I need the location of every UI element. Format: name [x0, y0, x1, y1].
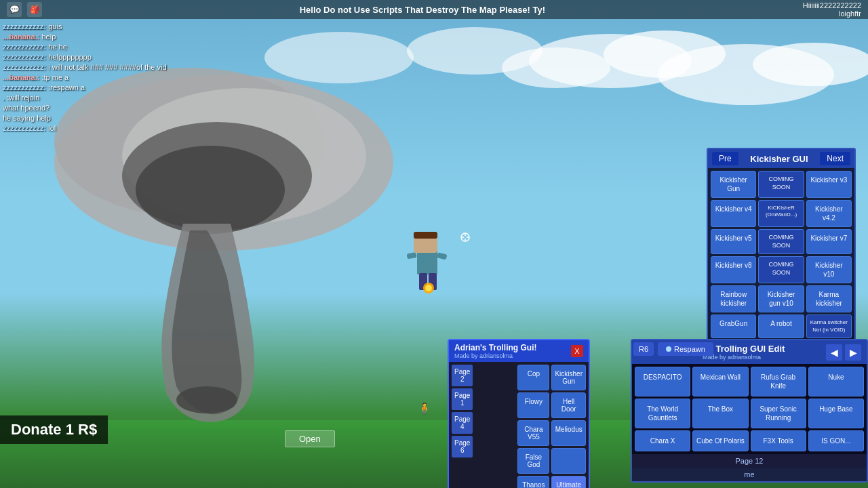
ultimate-btn-world-gauntlets[interactable]: The World Gauntlets [635, 399, 690, 428]
kickisher-btn-8[interactable]: Kickisher v7 [806, 229, 852, 254]
ultimate-btn-rufus-grab-knife[interactable]: Rufus Grab Knife [751, 367, 806, 396]
svg-point-12 [176, 386, 237, 413]
kickisher-btn-2[interactable]: Kickisher v3 [806, 171, 852, 198]
ultimate-me-row: me [632, 468, 867, 481]
adrians-btn-chara-v55[interactable]: Chara V55 [517, 420, 549, 446]
respawn-label: Respawn [674, 345, 705, 353]
adrians-btn-cop[interactable]: Cop [517, 365, 549, 390]
respawn-button[interactable]: Respawn [658, 342, 713, 356]
chat-line: ...banana.: :tp me a [3, 73, 179, 82]
kickisher-btn-1[interactable]: COMING SOON [758, 171, 804, 198]
chat-line: zzzzzzzzzzz: he he [3, 42, 179, 52]
kickisher-btn-12[interactable]: Rainbow kickisher [711, 285, 756, 312]
chat-line: zzzzzzzzzzz: :respawn a [3, 83, 179, 92]
chat-line: zzzzzzzzzzz: helpppppppp [3, 52, 179, 62]
player-character [400, 224, 454, 305]
adrians-close-button[interactable]: X [571, 345, 583, 357]
ultimate-nav: ◀ ▶ [826, 344, 861, 361]
kickisher-header: Pre Kickisher GUI Next [708, 149, 854, 168]
ultimate-page-label: Page 12 [632, 454, 867, 468]
open-button[interactable]: Open [285, 430, 335, 447]
ultimate-btn-chara-x[interactable]: Chara X [635, 430, 690, 451]
account-id: Hiiiiiii2222222222 [803, 1, 861, 9]
r6-tag[interactable]: R6 [633, 342, 654, 356]
kickisher-btn-4[interactable]: KICKIsheR (OmManD...) [758, 200, 804, 227]
kickisher-next-button[interactable]: Next [820, 152, 850, 165]
adrians-subtitle: Made by adriansolma [454, 352, 537, 359]
chat-line: zzzzzzzzzzz: guis [3, 22, 179, 31]
small-character: 🧍 [418, 402, 431, 415]
ultimate-me-label: me [744, 470, 754, 479]
ultimate-prev-button[interactable]: ◀ [826, 344, 842, 361]
kickisher-title: Kickisher GUI [738, 154, 821, 164]
ultimate-btn-nuke[interactable]: Nuke [808, 367, 864, 396]
adrians-btn-false-god[interactable]: False God [517, 448, 549, 474]
server-message: Hello Do not Use Scripts That Destroy Th… [42, 5, 803, 15]
chat-line: he saying help [3, 113, 179, 123]
username: loighftr [803, 9, 861, 18]
ultimate-grid: DESPACITO Mexican Wall Rufus Grab Knife … [632, 364, 867, 454]
chat-line: zzzzzzzzzzz: i will not talk ### ### ###… [3, 62, 179, 72]
kickisher-prev-button[interactable]: Pre [712, 152, 738, 165]
adrians-header: Adrian's Trolling Gui! Made by adriansol… [449, 340, 589, 362]
adrians-btn-hell-door[interactable]: Hell Door [551, 392, 586, 418]
kickisher-btn-11[interactable]: Kickisher v10 [806, 256, 852, 283]
ultimate-btn-huge-base[interactable]: Huge Base [808, 399, 864, 428]
ultimate-btn-the-box[interactable]: The Box [692, 399, 748, 428]
adrians-grid: Cop Kickisher Gun Flowy Hell Door Chara … [517, 365, 586, 488]
adrians-panel: Adrian's Trolling Gui! Made by adriansol… [448, 339, 590, 488]
chat-icon[interactable]: 💬 [7, 2, 22, 17]
svg-rect-13 [417, 251, 437, 274]
inventory-icon[interactable]: 🎒 [27, 2, 42, 17]
adrians-btn-meliodus[interactable]: Meliodus [551, 420, 586, 446]
svg-rect-15 [414, 232, 437, 239]
kickisher-btn-9[interactable]: Kickisher v8 [711, 256, 756, 283]
adrians-content: Cop Kickisher Gun Flowy Hell Door Chara … [515, 362, 589, 488]
adrians-page4-btn[interactable]: Page 4 [452, 412, 473, 434]
ultimate-btn-is-gon[interactable]: IS GON... [808, 430, 864, 451]
ultimate-btn-despacito[interactable]: DESPACITO [635, 367, 690, 396]
crosshair [460, 232, 470, 242]
adrians-btn-flowy[interactable]: Flowy [517, 392, 549, 418]
svg-rect-17 [407, 252, 417, 259]
chat-line: ...banana.: help [3, 32, 179, 41]
account-info: Hiiiiiii2222222222 loighftr [803, 1, 861, 18]
ultimate-next-button[interactable]: ▶ [845, 344, 861, 361]
kickisher-btn-0[interactable]: Kickisher Gun [711, 171, 756, 198]
adrians-header-text: Adrian's Trolling Gui! Made by adriansol… [454, 343, 537, 359]
adrians-page2-btn[interactable]: Page 2 [452, 365, 473, 386]
respawn-dot [666, 346, 671, 352]
top-icons: 💬 🎒 [7, 2, 42, 17]
kickisher-btn-3[interactable]: Kickisher v4 [711, 200, 756, 227]
kickisher-btn-17[interactable]: Karma switcher Not (in VOID) [806, 314, 852, 338]
chat-line: . :will rejoin [3, 93, 179, 102]
ultimate-btn-f3x-tools[interactable]: F3X Tools [751, 430, 806, 451]
adrians-page6-btn[interactable]: Page 6 [452, 436, 473, 458]
donate-bar: Donate 1 R$ [0, 415, 108, 444]
adrians-pages: Page 2 Page 1 Page 4 Page 6 [449, 362, 475, 488]
kickisher-btn-5[interactable]: Kickisher v4.2 [806, 200, 852, 227]
chat-line: what hpeend? [3, 103, 179, 113]
ultimate-trolling-panel: Ultimate Trolling GUI Edit Made by adria… [631, 339, 868, 483]
adrians-page1-btn[interactable]: Page 1 [452, 388, 473, 410]
svg-rect-16 [437, 252, 448, 260]
ultimate-btn-super-sonic-running[interactable]: Super Sonic Running [751, 399, 806, 428]
ultimate-btn-mexican-wall[interactable]: Mexican Wall [692, 367, 748, 396]
svg-point-3 [407, 27, 542, 75]
kickisher-btn-15[interactable]: GrabGun [711, 314, 756, 338]
kickisher-btn-14[interactable]: Karma kickisher [806, 285, 852, 312]
adrians-btn-kickisher-gun[interactable]: Kickisher Gun [551, 365, 586, 390]
top-bar: 💬 🎒 Hello Do not Use Scripts That Destro… [0, 0, 868, 19]
chat-area: zzzzzzzzzzz: guis ...banana.: help zzzzz… [3, 22, 179, 134]
kickisher-btn-7[interactable]: COMING SOON [758, 229, 804, 254]
adrians-btn-ultimate-trolling-gui[interactable]: Ultimate Trolling GUI [551, 476, 586, 488]
kickisher-btn-16[interactable]: A robot [758, 314, 804, 338]
kickisher-grid: Kickisher Gun COMING SOON Kickisher v3 K… [708, 168, 854, 367]
kickisher-btn-6[interactable]: Kickisher v5 [711, 229, 756, 254]
adrians-btn-thanos[interactable]: Thanos [517, 476, 549, 488]
kickisher-btn-10[interactable]: COMING SOON [758, 256, 804, 283]
svg-point-21 [425, 285, 432, 291]
chat-line: zzzzzzzzzzz: lol [3, 123, 179, 133]
ultimate-btn-cube-of-polaris[interactable]: Cube Of Polaris [692, 430, 748, 451]
kickisher-btn-13[interactable]: Kickisher gun v10 [758, 285, 804, 312]
